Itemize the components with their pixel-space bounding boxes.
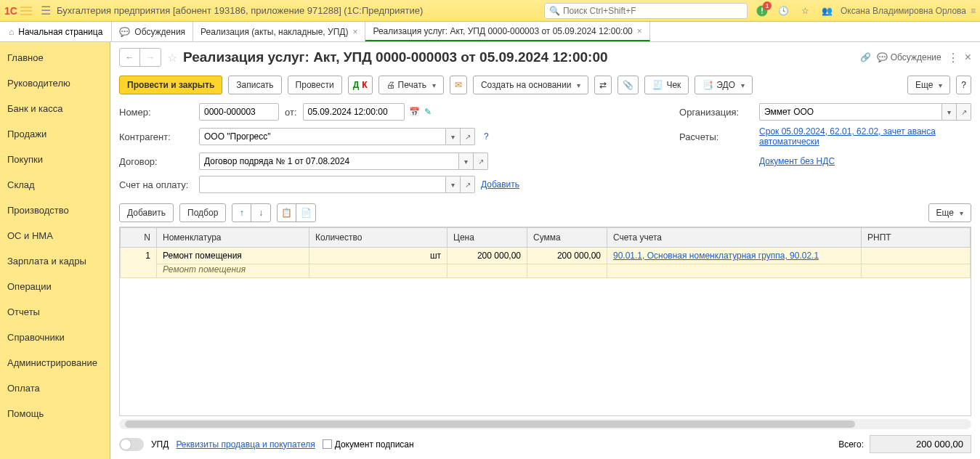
calc-link[interactable]: Срок 05.09.2024, 62.01, 62.02, зачет ава… [759, 126, 936, 147]
dropdown-icon[interactable]: ▾ [446, 128, 461, 145]
contragent-input[interactable] [199, 128, 446, 145]
table-more-button[interactable]: Еще [928, 203, 971, 222]
edo-button[interactable]: 📑ЭДО [694, 76, 753, 94]
cell-sum[interactable]: 200 000,00 [527, 248, 607, 264]
cell-accounts[interactable]: 90.01.1, Основная номенклатурная группа,… [607, 248, 862, 264]
org-input[interactable] [759, 103, 942, 121]
nav-production[interactable]: Производство [0, 198, 110, 223]
upd-toggle[interactable] [119, 438, 144, 451]
nav-assets[interactable]: ОС и НМА [0, 223, 110, 248]
edit-icon[interactable]: ✎ [424, 107, 432, 117]
save-button[interactable]: Записать [228, 76, 281, 94]
notification-icon[interactable]: 1 [755, 4, 769, 18]
tab-discussions[interactable]: 💬 Обсуждения [112, 22, 193, 41]
nav-hr[interactable]: Зарплата и кадры [0, 248, 110, 274]
close-icon[interactable]: × [637, 26, 642, 36]
email-button[interactable]: ✉ [450, 76, 467, 94]
related-icon: ⇄ [599, 80, 607, 90]
cell-n[interactable]: 1 [121, 248, 157, 278]
tab-document[interactable]: Реализация услуг: Акт, УПД 0000-000003 о… [365, 22, 649, 41]
contract-input[interactable] [199, 153, 459, 170]
nav-catalogs[interactable]: Справочники [0, 325, 110, 350]
copy-icon[interactable]: 📋 [278, 204, 296, 222]
nav-main[interactable]: Главное [0, 45, 110, 70]
open-icon[interactable]: ↗ [474, 153, 488, 170]
related-button[interactable]: ⇄ [594, 76, 612, 94]
search-input[interactable]: 🔍 [544, 3, 748, 19]
nav-payment[interactable]: Оплата [0, 375, 110, 401]
star-icon[interactable]: ☆ [798, 4, 813, 18]
move-up-icon[interactable]: ↑ [232, 204, 251, 222]
col-n[interactable]: N [121, 228, 157, 248]
nav-operations[interactable]: Операции [0, 274, 110, 299]
nav-bank[interactable]: Банк и касса [0, 96, 110, 121]
dropdown-icon[interactable]: ▾ [446, 176, 461, 193]
col-rnpt[interactable]: РНПТ [862, 228, 971, 248]
pick-button[interactable]: Подбор [179, 203, 226, 222]
nav-stock[interactable]: Склад [0, 172, 110, 198]
nav-sales[interactable]: Продажи [0, 121, 110, 147]
help-icon[interactable]: ? [484, 131, 489, 142]
org-label: Организация: [679, 107, 752, 118]
invoice-label: Счет на оплату: [119, 179, 192, 190]
open-icon[interactable]: ↗ [957, 103, 971, 121]
rightpanel-icon[interactable]: ≡ [971, 6, 976, 16]
table-row[interactable]: 1 Ремонт помещения шт 200 000,00 200 000… [121, 248, 971, 264]
open-icon[interactable]: ↗ [461, 128, 475, 145]
add-row-button[interactable]: Добавить [119, 203, 174, 222]
col-accounts[interactable]: Счета учета [607, 228, 862, 248]
post-close-button[interactable]: Провести и закрыть [119, 76, 222, 94]
table-subrow[interactable]: Ремонт помещения [121, 264, 971, 278]
tab-sales-list[interactable]: Реализация (акты, накладные, УПД) × [193, 22, 365, 41]
tab-home[interactable]: ⌂ Начальная страница [0, 22, 112, 41]
paste-icon[interactable]: 📄 [296, 204, 315, 222]
cell-subnomen[interactable]: Ремонт помещения [157, 264, 309, 278]
forward-button[interactable]: → [140, 49, 161, 66]
help-button[interactable]: ? [956, 76, 971, 94]
menu-icon[interactable]: ☰ [41, 4, 51, 17]
number-input[interactable] [199, 103, 279, 121]
nds-link[interactable]: Документ без НДС [759, 156, 835, 166]
nav-purchases[interactable]: Покупки [0, 147, 110, 172]
add-invoice-link[interactable]: Добавить [481, 179, 519, 190]
date-input[interactable] [303, 103, 405, 121]
favorite-icon[interactable]: ☆ [167, 51, 177, 65]
dropdown-icon[interactable]: ▾ [942, 103, 957, 121]
h-scrollbar[interactable] [119, 419, 971, 429]
user-icon[interactable]: 👥 [820, 4, 835, 18]
close-icon[interactable]: × [965, 51, 971, 64]
cell-rnpt[interactable] [862, 248, 971, 264]
move-down-icon[interactable]: ↓ [251, 204, 270, 222]
signed-checkbox[interactable]: Документ подписан [323, 439, 414, 450]
cell-qty[interactable]: шт [309, 248, 448, 264]
dropdown-icon[interactable]: ▾ [459, 153, 474, 170]
receipt-button[interactable]: 🧾Чек [644, 76, 689, 94]
col-sum[interactable]: Сумма [527, 228, 607, 248]
posting-icon-button[interactable]: ДК [348, 76, 373, 94]
attach-button[interactable]: 📎 [617, 76, 639, 94]
more-icon[interactable]: ⋮ [947, 51, 959, 65]
col-qty[interactable]: Количество [309, 228, 448, 248]
discuss-button[interactable]: 💬 Обсуждение [877, 52, 941, 62]
create-based-button[interactable]: Создать на основании [473, 76, 589, 94]
nav-manager[interactable]: Руководителю [0, 70, 110, 96]
col-nomen[interactable]: Номенклатура [157, 228, 309, 248]
link-icon[interactable]: 🔗 [860, 52, 871, 62]
nav-help[interactable]: Помощь [0, 401, 110, 426]
nav-reports[interactable]: Отчеты [0, 299, 110, 325]
open-icon[interactable]: ↗ [461, 176, 475, 193]
history-icon[interactable]: 🕓 [777, 4, 791, 18]
back-button[interactable]: ← [120, 49, 140, 66]
close-icon[interactable]: × [352, 27, 357, 37]
col-price[interactable]: Цена [448, 228, 527, 248]
cell-price[interactable]: 200 000,00 [448, 248, 527, 264]
more-button[interactable]: Еще [907, 76, 950, 94]
invoice-input[interactable] [199, 176, 446, 193]
print-button[interactable]: 🖨Печать [378, 76, 444, 94]
post-button[interactable]: Провести [288, 76, 342, 94]
checkbox-icon [323, 439, 332, 449]
calendar-icon[interactable]: 📅 [409, 107, 420, 117]
requisites-link[interactable]: Реквизиты продавца и покупателя [176, 439, 315, 450]
cell-nomen[interactable]: Ремонт помещения [157, 248, 309, 264]
nav-admin[interactable]: Администрирование [0, 350, 110, 375]
